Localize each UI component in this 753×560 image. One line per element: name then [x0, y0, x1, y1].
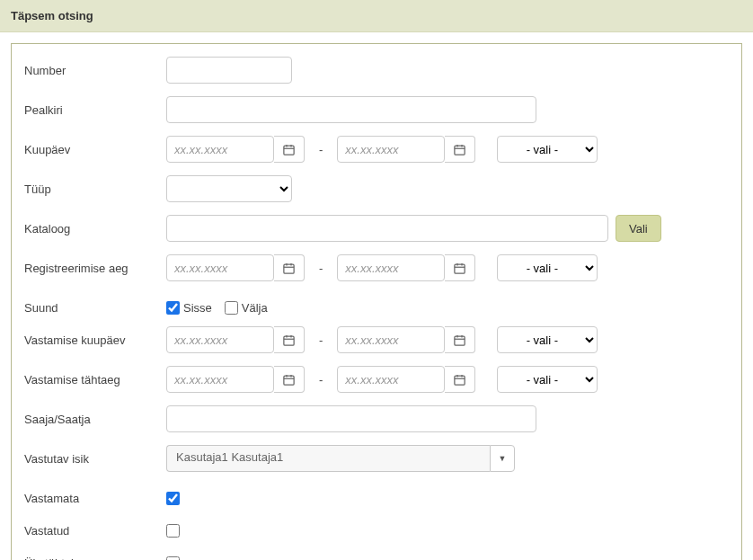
response-deadline-preset-select[interactable]: - vali - [497, 366, 598, 393]
response-deadline-to-picker-button[interactable] [445, 366, 475, 393]
calendar-icon [282, 143, 296, 156]
direction-in-checkbox[interactable] [166, 301, 180, 315]
svg-rect-12 [455, 264, 465, 273]
catalog-input[interactable] [166, 215, 608, 242]
advanced-search-form: Number Pealkiri Kuupäev - - vali - [11, 43, 742, 560]
overdue-label: Üle tähtaja [24, 556, 166, 561]
type-select[interactable] [166, 175, 292, 202]
recipient-label: Saaja/Saatja [24, 413, 166, 426]
response-date-from-picker-button[interactable] [274, 326, 305, 353]
calendar-icon [282, 333, 296, 347]
calendar-icon [453, 373, 466, 387]
advanced-search-header: Täpsem otsing [0, 0, 753, 32]
type-label: Tüüp [24, 182, 166, 196]
answered-label: Vastatud [24, 524, 166, 538]
calendar-icon [453, 262, 466, 275]
direction-label: Suund [24, 301, 166, 315]
date-from-picker-button[interactable] [274, 136, 305, 163]
direction-out-checkbox[interactable] [225, 301, 238, 315]
svg-rect-24 [284, 376, 294, 385]
unanswered-checkbox[interactable] [166, 492, 180, 505]
svg-rect-0 [284, 146, 294, 155]
catalog-choose-button[interactable]: Vali [616, 215, 661, 242]
date-to-input[interactable] [337, 136, 445, 163]
response-date-to-picker-button[interactable] [445, 326, 475, 353]
regtime-from-picker-button[interactable] [274, 254, 305, 281]
response-date-preset-select[interactable]: - vali - [497, 326, 598, 353]
title-label: Pealkiri [24, 103, 166, 117]
regtime-preset-select[interactable]: - vali - [497, 254, 598, 281]
regtime-label: Registreerimise aeg [24, 262, 166, 275]
header-title: Täpsem otsing [11, 9, 93, 22]
number-input[interactable] [166, 57, 292, 84]
svg-rect-4 [455, 146, 465, 155]
date-to-picker-button[interactable] [445, 136, 475, 163]
svg-rect-8 [284, 264, 294, 273]
chevron-down-icon: ▼ [499, 454, 507, 463]
svg-rect-20 [455, 336, 465, 345]
responsible-label: Vastutav isik [24, 452, 166, 466]
date-label: Kuupäev [24, 143, 166, 156]
response-date-from-input[interactable] [166, 326, 274, 353]
catalog-label: Kataloog [24, 222, 166, 236]
recipient-input[interactable] [166, 405, 536, 432]
title-input[interactable] [166, 96, 536, 123]
response-date-label: Vastamise kuupäev [24, 333, 166, 347]
response-deadline-to-input[interactable] [337, 366, 445, 393]
response-date-range-dash: - [319, 333, 323, 347]
date-range-dash: - [319, 143, 323, 156]
direction-in-label[interactable]: Sisse [183, 301, 212, 315]
responsible-combobox[interactable]: Kasutaja1 Kasutaja1 ▼ [166, 445, 515, 472]
calendar-icon [453, 333, 466, 347]
number-label: Number [24, 64, 166, 77]
responsible-dropdown-button[interactable]: ▼ [490, 445, 515, 472]
svg-rect-16 [284, 336, 294, 345]
responsible-value[interactable]: Kasutaja1 Kasutaja1 [166, 445, 490, 472]
direction-out-label[interactable]: Välja [242, 301, 268, 315]
date-from-input[interactable] [166, 136, 274, 163]
regtime-from-input[interactable] [166, 254, 274, 281]
overdue-checkbox[interactable] [166, 556, 180, 561]
date-preset-select[interactable]: - vali - [497, 136, 598, 163]
response-deadline-from-picker-button[interactable] [274, 366, 305, 393]
response-deadline-range-dash: - [319, 373, 323, 387]
calendar-icon [282, 373, 296, 387]
regtime-range-dash: - [319, 262, 323, 275]
answered-checkbox[interactable] [166, 524, 180, 538]
regtime-to-picker-button[interactable] [445, 254, 475, 281]
calendar-icon [282, 262, 296, 275]
svg-rect-28 [455, 376, 465, 385]
response-deadline-from-input[interactable] [166, 366, 274, 393]
response-deadline-label: Vastamise tähtaeg [24, 373, 166, 387]
calendar-icon [453, 143, 466, 156]
unanswered-label: Vastamata [24, 492, 166, 505]
response-date-to-input[interactable] [337, 326, 445, 353]
regtime-to-input[interactable] [337, 254, 445, 281]
